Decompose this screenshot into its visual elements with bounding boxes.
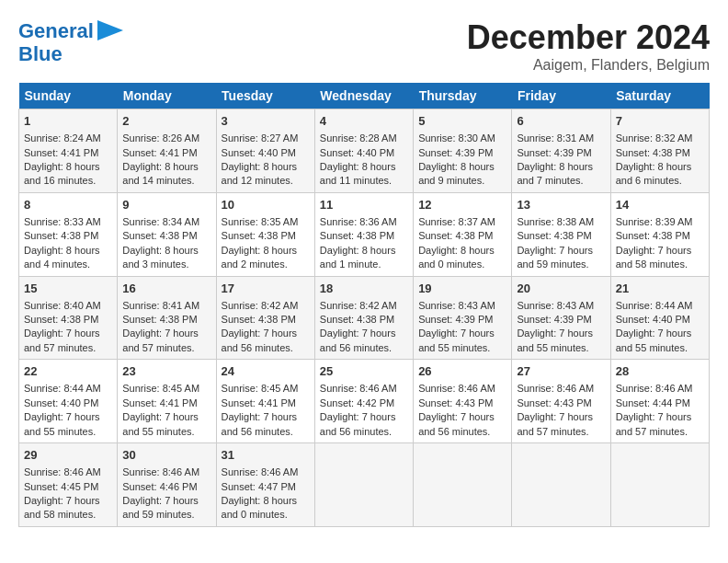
day-number: 15 bbox=[24, 281, 112, 297]
day-number: 10 bbox=[222, 197, 310, 213]
day-info: Sunrise: 8:44 AM bbox=[24, 382, 112, 396]
day-info: Sunset: 4:39 PM bbox=[517, 313, 605, 327]
table-cell: 11Sunrise: 8:36 AMSunset: 4:38 PMDayligh… bbox=[314, 192, 413, 276]
day-number: 1 bbox=[24, 113, 112, 130]
table-cell: 15Sunrise: 8:40 AMSunset: 4:38 PMDayligh… bbox=[19, 276, 118, 360]
table-cell bbox=[414, 443, 512, 527]
day-info: Sunset: 4:47 PM bbox=[222, 480, 310, 494]
day-info: Sunset: 4:38 PM bbox=[122, 229, 210, 243]
day-info: Daylight: 7 hours and 57 minutes. bbox=[24, 327, 112, 355]
day-info: Sunrise: 8:46 AM bbox=[122, 465, 210, 479]
day-number: 5 bbox=[418, 113, 506, 130]
title-section: December 2024 Aaigem, Flanders, Belgium bbox=[467, 18, 710, 74]
day-number: 25 bbox=[320, 363, 408, 380]
day-info: Sunrise: 8:45 AM bbox=[222, 382, 310, 396]
day-number: 20 bbox=[517, 281, 605, 297]
day-info: Sunrise: 8:43 AM bbox=[517, 299, 605, 313]
day-info: Daylight: 7 hours and 55 minutes. bbox=[24, 410, 112, 439]
day-info: Daylight: 8 hours and 4 minutes. bbox=[24, 244, 112, 272]
day-info: Sunrise: 8:46 AM bbox=[517, 382, 605, 396]
day-number: 24 bbox=[222, 363, 310, 380]
day-info: Daylight: 7 hours and 55 minutes. bbox=[122, 410, 210, 439]
day-number: 30 bbox=[122, 447, 210, 464]
day-info: Sunrise: 8:31 AM bbox=[517, 132, 605, 145]
day-info: Sunset: 4:40 PM bbox=[24, 396, 112, 410]
day-info: Daylight: 8 hours and 3 minutes. bbox=[122, 244, 210, 272]
day-number: 26 bbox=[418, 363, 506, 380]
day-info: Daylight: 8 hours and 6 minutes. bbox=[616, 160, 704, 189]
day-number: 13 bbox=[517, 197, 605, 213]
table-cell: 5Sunrise: 8:30 AMSunset: 4:39 PMDaylight… bbox=[414, 109, 512, 193]
table-cell: 26Sunrise: 8:46 AMSunset: 4:43 PMDayligh… bbox=[414, 360, 512, 443]
table-cell bbox=[512, 443, 610, 527]
day-info: Sunset: 4:39 PM bbox=[418, 146, 506, 160]
day-info: Sunrise: 8:27 AM bbox=[222, 132, 310, 145]
table-cell: 3Sunrise: 8:27 AMSunset: 4:40 PMDaylight… bbox=[216, 109, 314, 193]
day-info: Sunrise: 8:42 AM bbox=[222, 299, 310, 313]
day-info: Daylight: 8 hours and 14 minutes. bbox=[122, 160, 210, 189]
day-info: Daylight: 8 hours and 11 minutes. bbox=[320, 160, 408, 189]
day-number: 6 bbox=[517, 113, 605, 130]
day-info: Daylight: 8 hours and 0 minutes. bbox=[418, 244, 506, 272]
day-info: Daylight: 8 hours and 1 minute. bbox=[320, 244, 408, 272]
table-cell: 29Sunrise: 8:46 AMSunset: 4:45 PMDayligh… bbox=[19, 443, 118, 527]
table-cell: 19Sunrise: 8:43 AMSunset: 4:39 PMDayligh… bbox=[414, 276, 512, 360]
table-cell: 18Sunrise: 8:42 AMSunset: 4:38 PMDayligh… bbox=[314, 276, 413, 360]
day-info: Daylight: 7 hours and 56 minutes. bbox=[320, 410, 408, 439]
table-cell: 28Sunrise: 8:46 AMSunset: 4:44 PMDayligh… bbox=[610, 360, 709, 443]
day-info: Sunrise: 8:38 AM bbox=[517, 215, 605, 229]
day-info: Daylight: 7 hours and 55 minutes. bbox=[616, 327, 704, 355]
day-info: Sunrise: 8:43 AM bbox=[418, 299, 506, 313]
day-info: Sunset: 4:42 PM bbox=[320, 396, 408, 410]
day-info: Daylight: 7 hours and 55 minutes. bbox=[517, 327, 605, 355]
day-info: Sunset: 4:39 PM bbox=[418, 313, 506, 327]
day-number: 31 bbox=[222, 447, 310, 464]
table-cell: 31Sunrise: 8:46 AMSunset: 4:47 PMDayligh… bbox=[216, 443, 314, 527]
table-cell: 27Sunrise: 8:46 AMSunset: 4:43 PMDayligh… bbox=[512, 360, 610, 443]
day-info: Daylight: 8 hours and 16 minutes. bbox=[24, 160, 112, 189]
day-info: Daylight: 8 hours and 7 minutes. bbox=[517, 160, 605, 189]
day-number: 12 bbox=[418, 197, 506, 213]
day-info: Daylight: 7 hours and 59 minutes. bbox=[122, 494, 210, 523]
col-saturday: Saturday bbox=[610, 83, 709, 109]
table-cell: 17Sunrise: 8:42 AMSunset: 4:38 PMDayligh… bbox=[216, 276, 314, 360]
day-info: Sunset: 4:41 PM bbox=[122, 396, 210, 410]
day-info: Sunrise: 8:32 AM bbox=[616, 132, 704, 145]
day-info: Daylight: 7 hours and 56 minutes. bbox=[222, 410, 310, 439]
logo-text-blue: Blue bbox=[18, 44, 63, 64]
day-info: Sunset: 4:38 PM bbox=[122, 313, 210, 327]
col-friday: Friday bbox=[512, 83, 610, 109]
day-info: Sunrise: 8:34 AM bbox=[122, 215, 210, 229]
table-cell: 6Sunrise: 8:31 AMSunset: 4:39 PMDaylight… bbox=[512, 109, 610, 193]
day-info: Sunset: 4:41 PM bbox=[122, 146, 210, 160]
day-number: 4 bbox=[320, 113, 408, 130]
table-row: 15Sunrise: 8:40 AMSunset: 4:38 PMDayligh… bbox=[19, 276, 710, 360]
day-info: Daylight: 8 hours and 2 minutes. bbox=[222, 244, 310, 272]
page-subtitle: Aaigem, Flanders, Belgium bbox=[467, 57, 710, 74]
table-cell: 9Sunrise: 8:34 AMSunset: 4:38 PMDaylight… bbox=[118, 192, 216, 276]
day-info: Sunset: 4:38 PM bbox=[418, 229, 506, 243]
table-cell: 24Sunrise: 8:45 AMSunset: 4:41 PMDayligh… bbox=[216, 360, 314, 443]
day-info: Sunset: 4:44 PM bbox=[616, 396, 704, 410]
day-info: Sunset: 4:40 PM bbox=[222, 146, 310, 160]
table-cell: 25Sunrise: 8:46 AMSunset: 4:42 PMDayligh… bbox=[314, 360, 413, 443]
day-number: 14 bbox=[616, 197, 704, 213]
table-cell: 14Sunrise: 8:39 AMSunset: 4:38 PMDayligh… bbox=[610, 192, 709, 276]
day-info: Daylight: 7 hours and 57 minutes. bbox=[616, 410, 704, 439]
table-row: 22Sunrise: 8:44 AMSunset: 4:40 PMDayligh… bbox=[19, 360, 710, 443]
day-number: 22 bbox=[24, 363, 112, 380]
day-info: Sunrise: 8:26 AM bbox=[122, 132, 210, 145]
day-info: Daylight: 8 hours and 12 minutes. bbox=[222, 160, 310, 189]
day-info: Sunset: 4:38 PM bbox=[222, 229, 310, 243]
day-info: Sunrise: 8:46 AM bbox=[222, 465, 310, 479]
day-info: Sunrise: 8:28 AM bbox=[320, 132, 408, 145]
day-info: Sunset: 4:41 PM bbox=[24, 146, 112, 160]
table-cell: 13Sunrise: 8:38 AMSunset: 4:38 PMDayligh… bbox=[512, 192, 610, 276]
header: General Blue December 2024 Aaigem, Fland… bbox=[18, 18, 710, 74]
table-cell: 10Sunrise: 8:35 AMSunset: 4:38 PMDayligh… bbox=[216, 192, 314, 276]
day-number: 17 bbox=[222, 281, 310, 297]
day-info: Sunrise: 8:30 AM bbox=[418, 132, 506, 145]
day-info: Daylight: 8 hours and 0 minutes. bbox=[222, 494, 310, 523]
day-info: Sunrise: 8:46 AM bbox=[320, 382, 408, 396]
day-info: Daylight: 7 hours and 58 minutes. bbox=[24, 494, 112, 523]
